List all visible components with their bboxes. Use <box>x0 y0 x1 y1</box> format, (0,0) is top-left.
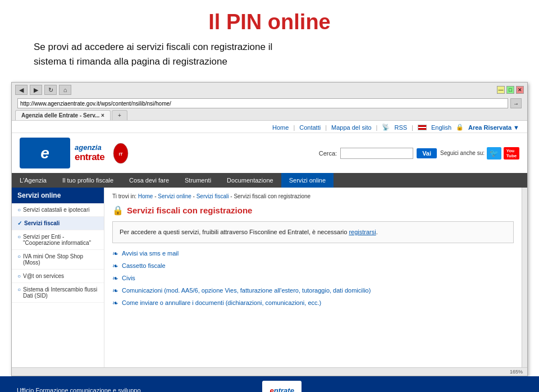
nav-servizi-online[interactable]: Servizi online <box>281 173 334 188</box>
browser-tab-new[interactable]: + <box>112 110 127 120</box>
topnav-rss[interactable]: RSS <box>394 124 407 131</box>
nav-profilo[interactable]: Il tuo profilo fiscale <box>54 173 121 188</box>
link-avvisi[interactable]: ❧ Avvisi via sms e mail <box>112 250 514 258</box>
browser-addressbar: → <box>15 97 524 110</box>
footer-line1: Ufficio Formazione comunicazione e svilu… <box>17 386 141 392</box>
site-header: e agenzia entrate IT Cerca: <box>12 133 527 173</box>
search-input[interactable] <box>340 148 413 159</box>
main-content-area: Ti trovi in: Home - Servizi online - Ser… <box>104 188 522 367</box>
breadcrumb: Ti trovi in: Home - Servizi online - Ser… <box>112 193 514 199</box>
link-bullet-3: ❧ <box>112 274 118 282</box>
sidebar: Servizi online ○ Servizi catastali e ipo… <box>12 188 104 367</box>
topnav-home[interactable]: Home <box>272 124 289 131</box>
link-avvisi-text[interactable]: Avvisi via sms e mail <box>122 250 179 257</box>
link-cassetto-text[interactable]: Cassetto fiscale <box>122 262 166 269</box>
go-button[interactable]: → <box>510 98 522 108</box>
breadcrumb-home[interactable]: Home <box>138 193 153 199</box>
nav-documentazione[interactable]: Documentazione <box>219 173 281 188</box>
section-lock-icon: 🔒 <box>112 205 124 216</box>
link-bullet-1: ❧ <box>112 249 118 258</box>
sidebar-check-fiscali: ✓ <box>17 220 22 226</box>
page-footer: Ufficio Formazione comunicazione e svilu… <box>0 376 539 392</box>
sidebar-title: Servizi online <box>12 188 104 203</box>
logo-box: e <box>20 138 70 168</box>
site-content: Home | Contatti | Mappa del sito | 📡 RSS… <box>12 121 527 376</box>
nav-cosa[interactable]: Cosa devi fare <box>121 173 177 188</box>
link-civis-text[interactable]: Civis <box>122 275 135 281</box>
logo-area: e agenzia entrate IT <box>20 138 129 168</box>
registrarsi-link[interactable]: registrarsi <box>349 229 376 235</box>
browser-tabs: Agenzia delle Entrate - Serv... × + <box>15 110 524 120</box>
link-come-inviare[interactable]: ❧ Come inviare o annullare i documenti (… <box>112 299 514 307</box>
browser-titlebar: ◀ ▶ ↻ ⌂ — □ ✕ <box>15 85 524 95</box>
rss-icon: 📡 <box>382 124 390 131</box>
sidebar-item-sid[interactable]: ○ Sistema di Interscambio flussi Dati (S… <box>12 283 104 303</box>
sidebar-bullet-4: ○ <box>17 253 21 259</box>
link-civis[interactable]: ❧ Civis <box>112 275 514 282</box>
search-area: Cerca: Vai Seguici anche su: 🐦 YouTube <box>319 147 519 159</box>
lock-icon-area: 🔒 <box>456 124 464 131</box>
logo-e: e <box>40 144 49 162</box>
sidebar-label-iva: IVA mini One Stop Shop (Moss) <box>23 253 98 266</box>
footer-logo: entrate <box>262 381 302 392</box>
footer-logo-text: ntrate <box>274 386 294 392</box>
footer-left: Ufficio Formazione comunicazione e svilu… <box>17 386 141 392</box>
sidebar-item-iva[interactable]: ○ IVA mini One Stop Shop (Moss) <box>12 250 104 270</box>
link-cassetto[interactable]: ❧ Cassetto fiscale <box>112 262 514 270</box>
topnav-contatti[interactable]: Contatti <box>299 124 321 131</box>
nav-strumenti[interactable]: Strumenti <box>177 173 219 188</box>
home-nav-button[interactable]: ⌂ <box>59 85 71 95</box>
scrollbar[interactable] <box>522 188 527 367</box>
page-title-area: Il PIN online Se provi ad accedere ai se… <box>0 0 539 73</box>
link-comunicazioni-text[interactable]: Comunicazioni (mod. AA5/6, opzione Vies,… <box>122 287 371 294</box>
refresh-button[interactable]: ↻ <box>44 85 57 95</box>
back-button[interactable]: ◀ <box>15 85 28 95</box>
topnav-mappa[interactable]: Mappa del sito <box>331 124 372 131</box>
sidebar-bullet-3: ○ <box>17 234 21 240</box>
forward-button[interactable]: ▶ <box>30 85 42 95</box>
svg-text:IT: IT <box>119 152 123 157</box>
close-button[interactable]: ✕ <box>516 86 524 94</box>
maximize-button[interactable]: □ <box>506 86 514 94</box>
link-bullet-2: ❧ <box>112 262 118 270</box>
link-bullet-5: ❧ <box>112 299 118 307</box>
search-label: Cerca: <box>319 150 337 157</box>
logo-e-red: e <box>75 152 80 162</box>
coat-of-arms: IT <box>112 142 129 165</box>
area-riservata-link[interactable]: Area Riservata ▼ <box>468 124 519 131</box>
sidebar-item-enti[interactable]: ○ Servizi per Enti - "Cooperazione infor… <box>12 230 104 250</box>
info-text-2: Entratel, è necessario <box>287 229 347 235</box>
link-come-inviare-text[interactable]: Come inviare o annullare i documenti (di… <box>122 299 321 306</box>
sidebar-item-fiscali[interactable]: ✓ Servizi fiscali <box>12 217 104 230</box>
breadcrumb-servizi-fiscali[interactable]: Servizi fiscali <box>197 193 229 199</box>
sidebar-item-vat[interactable]: ○ V@t on services <box>12 270 104 283</box>
breadcrumb-servizi-online[interactable]: Servizi online <box>158 193 191 199</box>
nav-lagenzia[interactable]: L'Agenzia <box>12 173 54 188</box>
link-bullet-4: ❧ <box>112 286 118 295</box>
topnav-english[interactable]: English <box>431 124 451 131</box>
sidebar-item-catastali[interactable]: ○ Servizi catastali e ipotecari <box>12 203 104 217</box>
window-controls: — □ ✕ <box>497 86 524 94</box>
section-title: 🔒 Servizi fiscali con registrazione <box>112 205 514 216</box>
link-comunicazioni[interactable]: ❧ Comunicazioni (mod. AA5/6, opzione Vie… <box>112 287 514 295</box>
page-main-title: Il PIN online <box>22 10 517 34</box>
youtube-icon[interactable]: YouTube <box>504 147 519 159</box>
content-area: Servizi online ○ Servizi catastali e ipo… <box>12 188 527 367</box>
sidebar-label-enti: Servizi per Enti - "Cooperazione informa… <box>23 234 98 246</box>
browser-tab-1[interactable]: Agenzia delle Entrate - Serv... × <box>15 110 111 120</box>
page-subtitle: Se provi ad accedere ai servizi fiscali … <box>22 40 517 69</box>
browser-window: ◀ ▶ ↻ ⌂ — □ ✕ → Agenzia delle Entrate - … <box>11 82 528 376</box>
vai-button[interactable]: Vai <box>417 148 437 158</box>
main-nav: L'Agenzia Il tuo profilo fiscale Cosa de… <box>12 173 527 188</box>
sidebar-bullet-5: ○ <box>17 273 21 279</box>
minimize-button[interactable]: — <box>497 86 505 94</box>
sidebar-bullet-1: ○ <box>17 207 21 213</box>
browser-controls: ◀ ▶ ↻ ⌂ <box>15 85 71 95</box>
address-input[interactable] <box>17 98 508 108</box>
info-text-1: Per accedere a questi servizi, fruibili … <box>120 229 286 235</box>
sidebar-label-fiscali: Servizi fiscali <box>24 220 60 226</box>
twitter-icon[interactable]: 🐦 <box>487 147 501 159</box>
sidebar-label-sid: Sistema di Interscambio flussi Dati (SID… <box>23 286 98 299</box>
social-area: Seguici anche su: 🐦 YouTube <box>440 147 519 159</box>
sidebar-label-catastali: Servizi catastali e ipotecari <box>23 207 89 213</box>
